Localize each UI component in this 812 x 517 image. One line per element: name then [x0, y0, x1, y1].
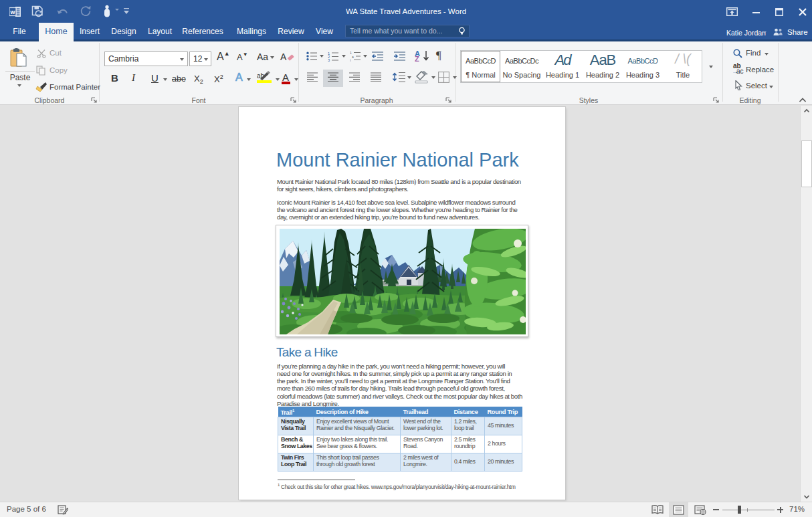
- svg-text:w: w: [9, 9, 15, 15]
- svg-text:a: a: [352, 55, 354, 59]
- svg-text:3: 3: [328, 58, 330, 62]
- svg-text:i: i: [350, 58, 350, 62]
